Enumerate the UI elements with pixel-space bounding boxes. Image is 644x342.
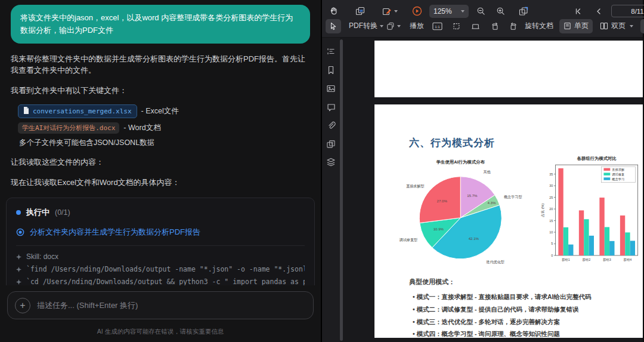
single-page-mode-button[interactable]: 单页 (559, 19, 593, 33)
pdf-viewer-panel: W PDF转换 (322, 0, 643, 342)
replace-pages-icon[interactable] (516, 4, 531, 19)
pdf-convert-button[interactable]: PDF转换 (349, 19, 383, 33)
file-list: conversations_merged.xlsx - Excel文件 学生AI… (18, 104, 310, 148)
task-step: Skill: docx (16, 252, 305, 261)
bar (559, 168, 564, 255)
bar (579, 210, 584, 255)
add-attachment-button[interactable]: + (15, 298, 30, 313)
svg-text:学生使用AI行为模式分布: 学生使用AI行为模式分布 (436, 159, 485, 165)
task-execution-card: 执行中 (0/1) 分析文件夹内容并生成学生行为数据分析PDF报告 Skill:… (6, 198, 315, 285)
bar (620, 215, 625, 255)
svg-text:35: 35 (550, 172, 553, 176)
task-status-header: 执行中 (0/1) (16, 207, 305, 218)
chat-scroll-area[interactable]: 将该文件夹中的jason，excel，以及word 内容整理成带各类分析图表的学… (0, 0, 321, 285)
svg-text:15: 15 (550, 219, 553, 223)
double-page-mode-button[interactable]: 双页 (596, 19, 637, 33)
page-indicator[interactable]: 8/11 (611, 5, 644, 17)
svg-text:各群组行为模式对比: 各群组行为模式对比 (577, 156, 617, 161)
rotate-left-icon[interactable] (487, 19, 502, 33)
chevron-down-icon (461, 10, 465, 13)
task-step: `find /Users/nding/Downloads/output -nam… (16, 265, 305, 273)
svg-text:群组4: 群组4 (624, 258, 632, 262)
svg-text:其他: 其他 (483, 170, 491, 174)
svg-text:4.3%: 4.3% (488, 201, 496, 205)
sparkle-icon (16, 267, 21, 272)
svg-text:群组2: 群组2 (583, 258, 591, 262)
task-step: `cd /Users/nding/Downloads/output && pyt… (16, 278, 305, 285)
play-label[interactable]: 播放 (410, 21, 424, 31)
svg-text:概念学习型: 概念学习型 (504, 195, 522, 199)
usage-pattern-bullet: • 模式四：概念学习型 - 询问原理、概念等知识性问题 (413, 328, 643, 338)
word-file-chip[interactable]: 学生AI对话行为分析报告.docx (18, 122, 119, 134)
image-icon[interactable] (326, 83, 336, 94)
task-input[interactable] (37, 301, 306, 310)
chevron-down-icon (380, 25, 383, 27)
pages-area[interactable]: 六、行为模式分析 学生使用AI行为模式分布15.7%其他4.3%概念学习型42.… (343, 38, 643, 342)
svg-text:调试修复: 调试修复 (612, 172, 625, 177)
prev-page-icon[interactable] (591, 4, 606, 19)
zoom-out-icon[interactable] (473, 4, 488, 19)
file-icon (23, 107, 29, 116)
svg-text:群组1: 群组1 (562, 258, 570, 262)
viewer-body: 六、行为模式分析 学生使用AI行为模式分布15.7%其他4.3%概念学习型42.… (322, 38, 643, 342)
pdf-to-word-icon[interactable]: W (353, 4, 369, 19)
status-dot-icon (16, 210, 21, 215)
chat-panel: 将该文件夹中的jason，excel，以及word 内容整理成带各类分析图表的学… (0, 0, 322, 342)
rotate-document-label[interactable]: 旋转文档 (525, 21, 553, 31)
rotate-right-icon[interactable] (506, 19, 521, 33)
continuous-read-button[interactable]: 连续阅读 (640, 19, 644, 33)
svg-text:10: 10 (550, 230, 553, 234)
outline-icon[interactable] (326, 46, 336, 57)
first-page-icon[interactable] (571, 4, 586, 19)
comment-icon[interactable] (326, 101, 336, 112)
pdf-section-heading: 六、行为模式分析 (409, 136, 643, 150)
bar (605, 227, 609, 255)
bar (589, 236, 594, 255)
svg-text:5: 5 (552, 242, 553, 245)
task-item-label: 分析文件夹内容并生成学生行为数据分析PDF报告 (30, 227, 200, 238)
paperclip-icon[interactable] (326, 120, 336, 131)
edit-tool-button[interactable] (382, 4, 398, 19)
status-label: 执行中 (26, 207, 49, 218)
layers-icon[interactable] (326, 157, 336, 168)
bar (610, 241, 615, 255)
select-tool-button[interactable] (326, 19, 341, 33)
sparkle-icon (16, 254, 21, 260)
pdf-convert-label: PDF转换 (349, 21, 377, 31)
bar (600, 198, 605, 255)
word-file-name: 学生AI对话行为分析报告.docx (22, 124, 115, 133)
file-row-word: 学生AI对话行为分析报告.docx - Word文档 (18, 122, 310, 134)
chevron-down-icon (630, 25, 633, 27)
task-steps: Skill: docx`find /Users/nding/Downloads/… (16, 252, 305, 285)
svg-text:30: 30 (550, 184, 553, 187)
copy-pages-button[interactable] (386, 19, 401, 33)
fit-width-icon[interactable] (467, 19, 483, 33)
word-file-suffix: - Word文档 (123, 123, 160, 133)
svg-text:群组3: 群组3 (603, 258, 611, 262)
svg-text:概念学习: 概念学习 (612, 177, 625, 181)
actual-size-icon[interactable]: 1:1 (429, 19, 445, 33)
chevron-down-icon (397, 25, 401, 27)
task-radio-icon (16, 228, 24, 236)
usage-pattern-title: 典型使用模式： (409, 278, 643, 286)
vertical-scrollbar[interactable] (340, 39, 343, 341)
composer-box[interactable]: + (7, 291, 314, 319)
ai-disclaimer: AI 生成的内容可能存在错误，请核实重要信息 (0, 323, 321, 342)
assistant-paragraph: 让我读取这些文件的内容： (11, 156, 310, 168)
marquee-zoom-icon[interactable] (448, 19, 464, 33)
composer-area: + (0, 285, 321, 323)
play-icon[interactable] (409, 4, 425, 19)
chevron-down-icon (394, 10, 398, 13)
excel-file-chip[interactable]: conversations_merged.xlsx (18, 104, 137, 118)
svg-text:1:1: 1:1 (435, 24, 440, 28)
bookmark-icon[interactable] (326, 64, 336, 75)
assistant-paragraph: 现在让我读取Excel文件和Word文档的具体内容： (11, 177, 310, 189)
file-row-excel: conversations_merged.xlsx - Excel文件 (18, 104, 310, 118)
task-item[interactable]: 分析文件夹内容并生成学生行为数据分析PDF报告 (16, 227, 305, 238)
user-message-bubble: 将该文件夹中的jason，excel，以及word 内容整理成带各类分析图表的学… (11, 5, 310, 44)
hand-tool-button[interactable] (326, 4, 341, 19)
zoom-level-dropdown[interactable]: 125% (429, 5, 469, 18)
zoom-in-icon[interactable] (493, 4, 508, 19)
single-page-label: 单页 (574, 21, 589, 31)
pages-icon[interactable] (326, 138, 336, 149)
